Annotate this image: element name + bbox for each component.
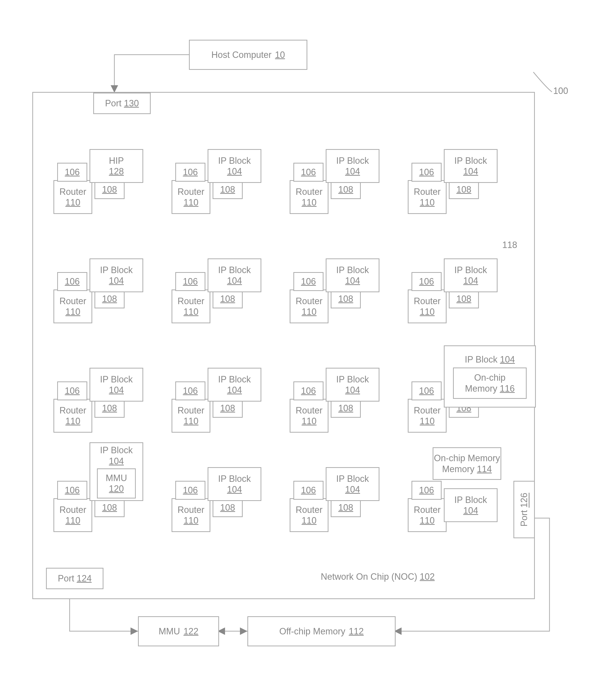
chip-ref: 100 xyxy=(553,86,568,96)
ipblock: IP Block104 xyxy=(326,467,379,501)
block-108: 108 xyxy=(213,289,243,308)
router: Router110 xyxy=(172,498,210,532)
block-106: 106 xyxy=(412,272,442,291)
block-108: 108 xyxy=(95,498,125,517)
block-108: 108 xyxy=(331,498,361,517)
block-106: 106 xyxy=(412,382,442,400)
block-106: 106 xyxy=(412,481,442,500)
block-108: 108 xyxy=(213,498,243,517)
host-computer: Host Computer 10 xyxy=(189,40,307,70)
host-ref: 10 xyxy=(275,49,285,60)
ipblock-mmu: IP Block104MMU120 xyxy=(90,442,143,501)
ipblock: IP Block104 xyxy=(326,368,379,401)
router: Router110 xyxy=(408,180,447,214)
ipblock: IP Block104 xyxy=(444,149,498,183)
ipblock-onchip-mem: IP Block 104On-chipMemory 116 xyxy=(444,345,536,408)
router: Router110 xyxy=(53,289,92,323)
port-top-ref: 130 xyxy=(124,98,139,109)
router: Router110 xyxy=(408,399,447,433)
block-106: 106 xyxy=(57,382,87,400)
block-108: 108 xyxy=(449,180,479,199)
block-106: 106 xyxy=(293,382,323,400)
block-106: 106 xyxy=(412,163,442,182)
block-106: 106 xyxy=(57,163,87,182)
router: Router110 xyxy=(53,399,92,433)
router: Router110 xyxy=(53,498,92,532)
block-108: 108 xyxy=(213,399,243,418)
noc-label: Network On Chip (NOC) 102 xyxy=(321,572,434,582)
wire-118: 118 xyxy=(502,240,517,250)
ipblock: IP Block104 xyxy=(207,467,261,501)
block-106: 106 xyxy=(293,481,323,500)
router: Router110 xyxy=(290,180,328,214)
block-106: 106 xyxy=(293,272,323,291)
router: Router110 xyxy=(408,289,447,323)
block-108: 108 xyxy=(331,399,361,418)
block-106: 106 xyxy=(57,481,87,500)
block-106: 106 xyxy=(175,163,205,182)
block-106: 106 xyxy=(293,163,323,182)
block-106: 106 xyxy=(57,272,87,291)
block-106: 106 xyxy=(175,481,205,500)
port-top-label: Port xyxy=(105,98,121,109)
block-106: 106 xyxy=(175,272,205,291)
ipblock: IP Block104 xyxy=(444,488,498,522)
router: Router110 xyxy=(172,180,210,214)
port-right: Port 126 xyxy=(514,481,535,538)
host-label: Host Computer xyxy=(212,49,272,60)
port-top: Port 130 xyxy=(93,93,151,114)
onchip-memory-ext: On-chip Memory Memory 114 xyxy=(433,447,501,480)
block-108: 108 xyxy=(331,289,361,308)
block-108: 108 xyxy=(95,180,125,199)
router: Router110 xyxy=(290,289,328,323)
router: Router110 xyxy=(290,399,328,433)
block-108: 108 xyxy=(213,180,243,199)
block-108: 108 xyxy=(95,399,125,418)
ipblock: IP Block104 xyxy=(326,149,379,183)
hip: HIP128 xyxy=(90,149,143,183)
offchip-memory: Off-chip Memory 112 xyxy=(247,616,396,646)
ipblock: IP Block104 xyxy=(90,258,143,292)
ipblock: IP Block104 xyxy=(90,368,143,401)
ipblock: IP Block104 xyxy=(326,258,379,292)
block-108: 108 xyxy=(449,289,479,308)
router: Router110 xyxy=(172,289,210,323)
ipblock: IP Block104 xyxy=(444,258,498,292)
ipblock: IP Block104 xyxy=(207,149,261,183)
router: Router110 xyxy=(290,498,328,532)
router: Router110 xyxy=(172,399,210,433)
block-108: 108 xyxy=(331,180,361,199)
router: Router110 xyxy=(408,498,447,532)
ipblock: IP Block104 xyxy=(207,368,261,401)
block-108: 108 xyxy=(95,289,125,308)
port-bottom: Port 124 xyxy=(46,568,103,589)
block-106: 106 xyxy=(175,382,205,400)
mmu-external: MMU 122 xyxy=(138,616,219,646)
ipblock: IP Block104 xyxy=(207,258,261,292)
router: Router110 xyxy=(53,180,92,214)
